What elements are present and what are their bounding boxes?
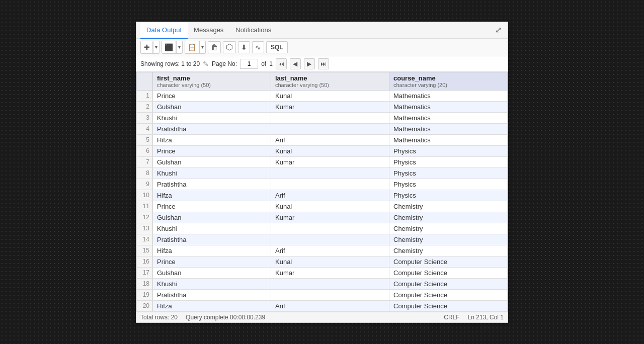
course-name-cell[interactable]: Mathematics — [389, 90, 508, 101]
last-name-cell[interactable] — [271, 278, 389, 289]
table-row[interactable]: 15HifzaArifChemistry — [137, 245, 508, 256]
table-row[interactable]: 20HifzaArifComputer Science — [137, 300, 508, 311]
first-name-cell[interactable]: Prince — [153, 256, 271, 267]
course-name-cell[interactable]: Mathematics — [389, 134, 508, 145]
last-name-cell[interactable]: Kunal — [271, 90, 389, 101]
course-name-cell[interactable]: Chemistry — [389, 245, 508, 256]
table-row[interactable]: 12GulshanKumarChemistry — [137, 212, 508, 223]
table-row[interactable]: 5HifzaArifMathematics — [137, 134, 508, 145]
first-name-cell[interactable]: Khushi — [153, 167, 271, 179]
prev-page-button[interactable]: ◀ — [290, 58, 301, 69]
table-row[interactable]: 7GulshanKumarPhysics — [137, 156, 508, 167]
table-row[interactable]: 9PratishthaPhysics — [137, 179, 508, 190]
last-name-cell[interactable]: Kunal — [271, 201, 389, 212]
course-name-cell[interactable]: Chemistry — [389, 223, 508, 234]
table-row[interactable]: 11PrinceKunalChemistry — [137, 201, 508, 212]
course-name-cell[interactable]: Chemistry — [389, 212, 508, 223]
tab-notifications[interactable]: Notifications — [229, 22, 277, 39]
paste-button[interactable]: 📋 — [185, 41, 199, 53]
expand-icon[interactable]: ⤢ — [493, 23, 504, 37]
last-name-cell[interactable] — [271, 289, 389, 300]
last-name-cell[interactable]: Kunal — [271, 145, 389, 156]
course-name-cell[interactable]: Computer Science — [389, 267, 508, 278]
last-name-cell[interactable]: Kumar — [271, 212, 389, 223]
next-page-button[interactable]: ▶ — [304, 58, 315, 69]
course-name-cell[interactable]: Physics — [389, 167, 508, 179]
download-button[interactable]: ⬇ — [238, 41, 250, 53]
tab-messages[interactable]: Messages — [188, 22, 229, 39]
table-row[interactable]: 17GulshanKumarComputer Science — [137, 267, 508, 278]
edit-pencil-icon[interactable]: ✎ — [203, 60, 209, 68]
table-row[interactable]: 19PratishthaComputer Science — [137, 289, 508, 300]
sql-button[interactable]: SQL — [266, 41, 288, 53]
last-page-button[interactable]: ⏭ — [318, 58, 329, 69]
course-name-cell[interactable]: Mathematics — [389, 123, 508, 134]
first-name-cell[interactable]: Khushi — [153, 278, 271, 289]
course-name-cell[interactable]: Physics — [389, 156, 508, 167]
first-name-cell[interactable]: Gulshan — [153, 267, 271, 278]
last-name-cell[interactable] — [271, 167, 389, 179]
last-name-cell[interactable] — [271, 179, 389, 190]
first-name-cell[interactable]: Hifza — [153, 300, 271, 311]
table-row[interactable]: 1PrinceKunalMathematics — [137, 90, 508, 101]
course-name-header[interactable]: course_name character varying (20) — [389, 72, 508, 90]
course-name-cell[interactable]: Mathematics — [389, 112, 508, 123]
course-name-cell[interactable]: Computer Science — [389, 256, 508, 267]
first-name-cell[interactable]: Prince — [153, 90, 271, 101]
table-row[interactable]: 6PrinceKunalPhysics — [137, 145, 508, 156]
course-name-cell[interactable]: Physics — [389, 190, 508, 201]
first-name-cell[interactable]: Khushi — [153, 112, 271, 123]
last-name-cell[interactable] — [271, 123, 389, 134]
chart-button[interactable]: ∿ — [252, 41, 264, 53]
last-name-cell[interactable]: Kunal — [271, 256, 389, 267]
last-name-cell[interactable]: Arif — [271, 245, 389, 256]
first-name-cell[interactable]: Pratishtha — [153, 179, 271, 190]
page-number-input[interactable] — [240, 59, 258, 69]
last-name-cell[interactable]: Arif — [271, 190, 389, 201]
first-name-cell[interactable]: Hifza — [153, 245, 271, 256]
first-name-cell[interactable]: Pratishtha — [153, 234, 271, 245]
first-page-button[interactable]: ⏮ — [276, 58, 287, 69]
save-button[interactable]: ⬡ — [223, 41, 236, 53]
first-name-cell[interactable]: Khushi — [153, 223, 271, 234]
course-name-cell[interactable]: Chemistry — [389, 234, 508, 245]
last-name-cell[interactable] — [271, 223, 389, 234]
copy-dropdown[interactable]: ▾ — [176, 41, 182, 53]
table-row[interactable]: 2GulshanKumarMathematics — [137, 101, 508, 112]
last-name-cell[interactable]: Kumar — [271, 156, 389, 167]
course-name-cell[interactable]: Chemistry — [389, 201, 508, 212]
first-name-cell[interactable]: Gulshan — [153, 101, 271, 112]
table-row[interactable]: 10HifzaArifPhysics — [137, 190, 508, 201]
course-name-cell[interactable]: Computer Science — [389, 289, 508, 300]
table-row[interactable]: 16PrinceKunalComputer Science — [137, 256, 508, 267]
first-name-cell[interactable]: Hifza — [153, 190, 271, 201]
last-name-cell[interactable] — [271, 112, 389, 123]
add-row-dropdown[interactable]: ▾ — [153, 41, 159, 53]
first-name-cell[interactable]: Gulshan — [153, 156, 271, 167]
course-name-cell[interactable]: Mathematics — [389, 101, 508, 112]
first-name-cell[interactable]: Hifza — [153, 134, 271, 145]
add-row-button[interactable]: ✚ — [141, 41, 153, 53]
table-row[interactable]: 13KhushiChemistry — [137, 223, 508, 234]
last-name-cell[interactable] — [271, 234, 389, 245]
last-name-cell[interactable]: Arif — [271, 300, 389, 311]
course-name-cell[interactable]: Computer Science — [389, 278, 508, 289]
table-row[interactable]: 4PratishthaMathematics — [137, 123, 508, 134]
first-name-cell[interactable]: Pratishtha — [153, 289, 271, 300]
copy-button[interactable]: ⬛ — [162, 41, 176, 53]
first-name-cell[interactable]: Prince — [153, 201, 271, 212]
table-row[interactable]: 8KhushiPhysics — [137, 167, 508, 179]
course-name-cell[interactable]: Physics — [389, 145, 508, 156]
paste-dropdown[interactable]: ▾ — [199, 41, 205, 53]
table-row[interactable]: 18KhushiComputer Science — [137, 278, 508, 289]
last-name-cell[interactable]: Arif — [271, 134, 389, 145]
last-name-cell[interactable]: Kumar — [271, 267, 389, 278]
last-name-cell[interactable]: Kumar — [271, 101, 389, 112]
table-row[interactable]: 3KhushiMathematics — [137, 112, 508, 123]
delete-button[interactable]: 🗑 — [208, 41, 221, 53]
last-name-header[interactable]: last_name character varying (50) — [271, 72, 389, 90]
first-name-header[interactable]: first_name character varying (50) — [153, 72, 271, 90]
first-name-cell[interactable]: Pratishtha — [153, 123, 271, 134]
first-name-cell[interactable]: Gulshan — [153, 212, 271, 223]
first-name-cell[interactable]: Prince — [153, 145, 271, 156]
